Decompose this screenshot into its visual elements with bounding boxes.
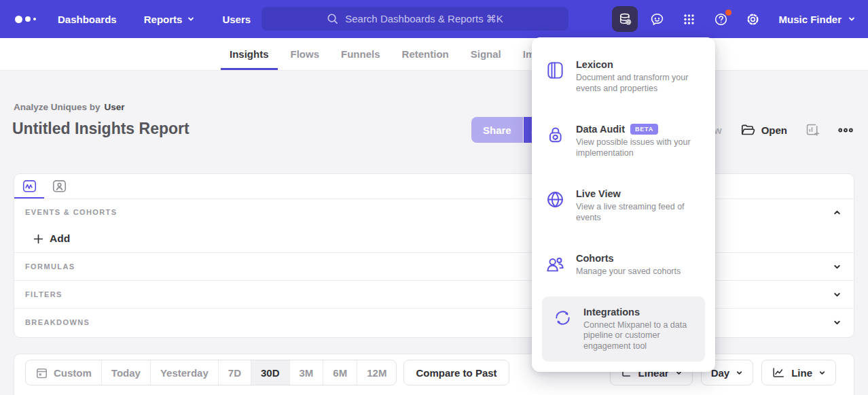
builder-tab-profiles[interactable] [44, 174, 74, 199]
date-range-label: Yesterday [160, 367, 209, 379]
date-range-30d[interactable]: 30D [251, 360, 289, 385]
settings-button[interactable] [740, 6, 765, 32]
tab-retention[interactable]: Retention [393, 38, 458, 70]
help-button[interactable] [708, 6, 734, 32]
chevron-down-icon [833, 262, 842, 271]
project-switcher[interactable]: Music Finder [778, 14, 856, 25]
date-range-label: 7D [228, 367, 241, 379]
menu-item-title: Integrations [583, 307, 694, 317]
subtitle-prefix: Analyze Uniques by [14, 102, 101, 112]
section-breakdowns[interactable]: BREAKDOWNS [14, 308, 854, 336]
date-range-label: Custom [54, 367, 92, 379]
chevron-down-icon [736, 369, 743, 377]
add-event-button[interactable]: Add [33, 233, 70, 245]
compare-label: Compare to Past [416, 367, 496, 379]
query-builder-panel: EVENTS & COHORTS Add FORMULAS FILTERS BR… [14, 173, 854, 338]
builder-tab-events[interactable] [14, 174, 44, 199]
menu-item-description: Document and transform your events and p… [576, 73, 695, 94]
data-management-button[interactable] [612, 6, 638, 32]
date-range-3m[interactable]: 3M [289, 360, 323, 385]
chevron-down-icon [187, 15, 195, 23]
date-range-custom[interactable]: Custom [26, 360, 101, 385]
search-input[interactable]: Search Dashboards & Reports ⌘K [261, 7, 568, 31]
date-range-12m[interactable]: 12M [357, 360, 396, 385]
subtitle-entity-selector[interactable]: User [105, 102, 125, 112]
section-label: FILTERS [25, 290, 62, 298]
share-label: Share [483, 124, 511, 136]
tab-insights[interactable]: Insights [221, 38, 278, 70]
nav-reports-label: Reports [144, 14, 183, 25]
section-filters[interactable]: FILTERS [14, 280, 854, 308]
menu-item-integrations[interactable]: Integrations Connect Mixpanel to a data … [542, 296, 705, 362]
menu-item-title: Data Audit BETA [576, 124, 695, 135]
mixpanel-logo[interactable] [15, 16, 36, 23]
menu-item-title: Cohorts [576, 253, 681, 264]
apps-grid-button[interactable] [676, 6, 702, 32]
nav-users-label: Users [222, 14, 251, 25]
calendar-icon [35, 366, 48, 379]
folder-open-icon [740, 122, 755, 137]
date-range-group: Custom Today Yesterday 7D 30D 3M 6M 12M [25, 360, 397, 385]
search-icon [327, 13, 338, 24]
section-events-cohorts[interactable]: EVENTS & COHORTS [14, 199, 854, 225]
tab-label: Signal [471, 48, 501, 60]
chevron-up-icon [833, 208, 842, 217]
chart-type-select[interactable]: Line [761, 360, 836, 385]
tab-label: Insights [230, 48, 269, 60]
gear-icon [746, 12, 760, 27]
lexicon-book-icon [545, 61, 565, 94]
menu-item-title: Lexicon [576, 59, 695, 70]
menu-item-description: Manage your saved cohorts [576, 267, 681, 277]
data-management-icon [618, 12, 632, 27]
project-name: Music Finder [778, 14, 842, 25]
chevron-down-icon [833, 318, 842, 327]
nav-users[interactable]: Users [222, 14, 251, 25]
line-chart-tab-icon [22, 179, 37, 193]
ellipsis-icon [838, 128, 853, 133]
report-type-tabs: Insights Flows Funnels Retention Signal … [0, 38, 868, 71]
integrations-sync-icon [553, 308, 573, 352]
tab-signal[interactable]: Signal [462, 38, 510, 70]
section-label: FORMULAS [25, 262, 75, 271]
menu-item-title: Live View [576, 188, 695, 199]
interval-label: Day [711, 367, 730, 379]
notification-dot [725, 10, 731, 16]
menu-item-live-view[interactable]: Live View View a live streaming feed of … [532, 188, 715, 223]
date-range-7d[interactable]: 7D [218, 360, 251, 385]
date-range-today[interactable]: Today [101, 360, 150, 385]
share-button[interactable]: Share [471, 117, 523, 143]
tab-funnels[interactable]: Funnels [332, 38, 389, 70]
nav-dashboards[interactable]: Dashboards [58, 14, 117, 25]
add-to-dashboard-button[interactable] [806, 123, 820, 137]
messages-button[interactable] [644, 6, 670, 32]
date-range-6m[interactable]: 6M [323, 360, 357, 385]
open-label: Open [761, 124, 787, 136]
nav-reports[interactable]: Reports [144, 14, 196, 25]
menu-item-data-audit[interactable]: Data Audit BETA View possible issues wit… [532, 124, 715, 158]
report-subtitle: Analyze Uniques byUser [14, 102, 125, 112]
section-label: BREAKDOWNS [25, 318, 90, 326]
beta-badge: BETA [630, 124, 658, 135]
menu-item-lexicon[interactable]: Lexicon Document and transform your even… [532, 59, 715, 94]
menu-item-cohorts[interactable]: Cohorts Manage your saved cohorts [532, 253, 715, 277]
date-range-label: 12M [367, 367, 386, 379]
chart-toolbar: Custom Today Yesterday 7D 30D 3M 6M 12M … [14, 354, 854, 395]
search-placeholder: Search Dashboards & Reports ⌘K [345, 13, 503, 25]
menu-item-description: View possible issues with your implement… [576, 137, 695, 158]
open-report-button[interactable]: Open [740, 122, 787, 137]
chevron-down-icon [833, 290, 842, 299]
apps-grid-icon [683, 13, 695, 26]
more-options-button[interactable] [838, 128, 853, 133]
person-tab-icon [52, 179, 67, 193]
compare-to-past-button[interactable]: Compare to Past [403, 360, 509, 385]
date-range-label: Today [111, 367, 141, 379]
section-formulas[interactable]: FORMULAS [14, 252, 854, 280]
menu-item-description: View a live streaming feed of events [576, 202, 695, 223]
message-smiley-icon [650, 12, 664, 27]
tab-flows[interactable]: Flows [282, 38, 329, 70]
builder-tabs [14, 174, 854, 199]
report-title[interactable]: Untitled Insights Report [12, 120, 189, 138]
line-chart-icon [772, 366, 785, 379]
data-audit-lock-icon [545, 125, 565, 158]
date-range-yesterday[interactable]: Yesterday [150, 360, 218, 385]
